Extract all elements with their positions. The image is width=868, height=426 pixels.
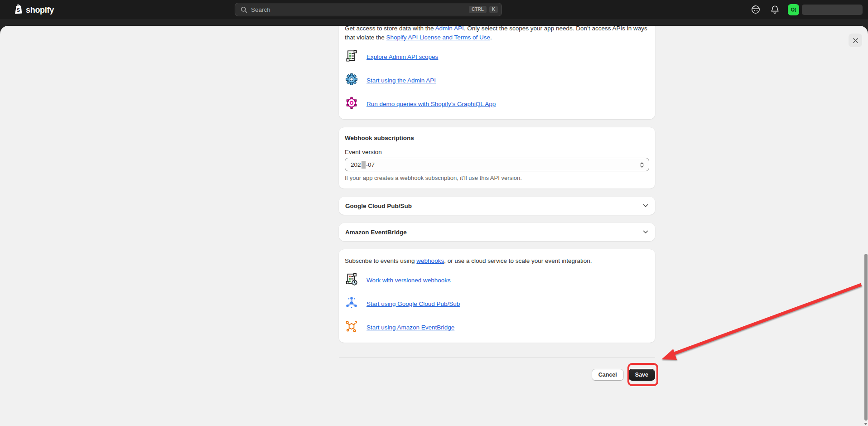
event-version-select[interactable]: 202-07 bbox=[345, 158, 649, 171]
topbar: S shopify CTRL K bbox=[0, 0, 868, 19]
close-icon bbox=[853, 38, 858, 44]
sidekick-icon[interactable] bbox=[750, 4, 762, 15]
card-title: Webhook subscriptions bbox=[345, 135, 649, 141]
save-button[interactable]: Save bbox=[628, 369, 655, 381]
kbd-k: K bbox=[489, 6, 498, 13]
api-license-link[interactable]: Shopify API License and Terms of Use bbox=[386, 34, 490, 41]
card-title: Google Cloud Pub/Sub bbox=[345, 203, 412, 209]
store-avatar: Q( bbox=[788, 4, 799, 15]
list-item: Start using Amazon EventBridge bbox=[345, 319, 649, 335]
events-text: Subscribe to events using bbox=[345, 257, 416, 264]
search-icon bbox=[241, 6, 247, 13]
webhook-subscriptions-card: Webhook subscriptions Event version 202-… bbox=[339, 127, 655, 189]
admin-api-text-end: . bbox=[490, 34, 492, 41]
scrollbar-down-arrow[interactable] bbox=[864, 423, 868, 425]
notification-bell-icon[interactable] bbox=[769, 4, 781, 15]
redacted-digit bbox=[362, 161, 366, 169]
store-name-redacted bbox=[802, 5, 863, 15]
event-version-value-suffix: -07 bbox=[366, 161, 375, 168]
events-info-card: Subscribe to events using webhooks, or u… bbox=[339, 249, 655, 343]
cancel-button[interactable]: Cancel bbox=[592, 369, 624, 381]
event-version-help-text: If your app creates a webhook subscripti… bbox=[345, 174, 649, 181]
admin-api-card: Get access to store data with the Admin … bbox=[339, 26, 655, 119]
google-pubsub-icon bbox=[345, 296, 358, 311]
versioned-webhook-scroll-icon bbox=[345, 272, 358, 288]
admin-api-link[interactable]: Admin API bbox=[435, 26, 464, 32]
event-version-value: 202 bbox=[351, 161, 361, 168]
list-item: Start using the Admin API bbox=[345, 72, 649, 88]
card-title: Amazon EventBridge bbox=[345, 229, 407, 236]
gear-icon bbox=[345, 73, 358, 88]
svg-text:S: S bbox=[17, 7, 20, 13]
chevron-down-icon bbox=[642, 202, 649, 210]
admin-api-text: Get access to store data with the bbox=[345, 26, 435, 32]
event-version-label: Event version bbox=[345, 149, 649, 155]
list-item: Work with versioned webhooks bbox=[345, 272, 649, 288]
google-pubsub-collapsible[interactable]: Google Cloud Pub/Sub bbox=[339, 197, 655, 215]
list-item: Run demo queries with Shopify’s GraphiQL… bbox=[345, 96, 649, 112]
amazon-eventbridge-icon bbox=[345, 320, 358, 335]
versioned-webhooks-link[interactable]: Work with versioned webhooks bbox=[366, 277, 451, 284]
amazon-eventbridge-collapsible[interactable]: Amazon EventBridge bbox=[339, 223, 655, 241]
kbd-ctrl: CTRL bbox=[469, 6, 487, 13]
shopify-bag-icon: S bbox=[13, 3, 24, 17]
close-button[interactable] bbox=[849, 34, 862, 47]
global-search[interactable]: CTRL K bbox=[235, 3, 502, 16]
shopify-wordmark: shopify bbox=[26, 5, 54, 15]
app-settings-modal: Get access to store data with the Admin … bbox=[0, 26, 868, 426]
events-description: Subscribe to events using webhooks, or u… bbox=[345, 257, 649, 266]
graphql-icon bbox=[345, 96, 358, 111]
list-item: Explore Admin API scopes bbox=[345, 48, 649, 65]
list-item: Start using Google Cloud Pub/Sub bbox=[345, 295, 649, 312]
footer-actions: Cancel Save bbox=[339, 369, 655, 381]
webhooks-link[interactable]: webhooks bbox=[416, 257, 444, 264]
scrollbar-thumb[interactable] bbox=[864, 254, 868, 421]
account-menu[interactable]: Q( bbox=[788, 4, 863, 15]
events-text-end: , or use a cloud service to scale your e… bbox=[444, 257, 592, 264]
start-amazon-eventbridge-link[interactable]: Start using Amazon EventBridge bbox=[366, 324, 454, 331]
start-admin-api-link[interactable]: Start using the Admin API bbox=[366, 77, 436, 84]
graphiql-demo-link[interactable]: Run demo queries with Shopify’s GraphiQL… bbox=[366, 101, 496, 107]
scroll-document-icon bbox=[345, 49, 358, 64]
explore-admin-api-scopes-link[interactable]: Explore Admin API scopes bbox=[366, 53, 438, 60]
select-stepper-icon bbox=[639, 161, 645, 170]
shopify-logo[interactable]: S shopify bbox=[13, 3, 54, 17]
start-google-pubsub-link[interactable]: Start using Google Cloud Pub/Sub bbox=[366, 300, 460, 307]
admin-api-description: Get access to store data with the Admin … bbox=[345, 26, 649, 42]
search-input[interactable] bbox=[251, 6, 466, 13]
footer-divider bbox=[339, 357, 655, 358]
chevron-down-icon bbox=[642, 228, 649, 236]
